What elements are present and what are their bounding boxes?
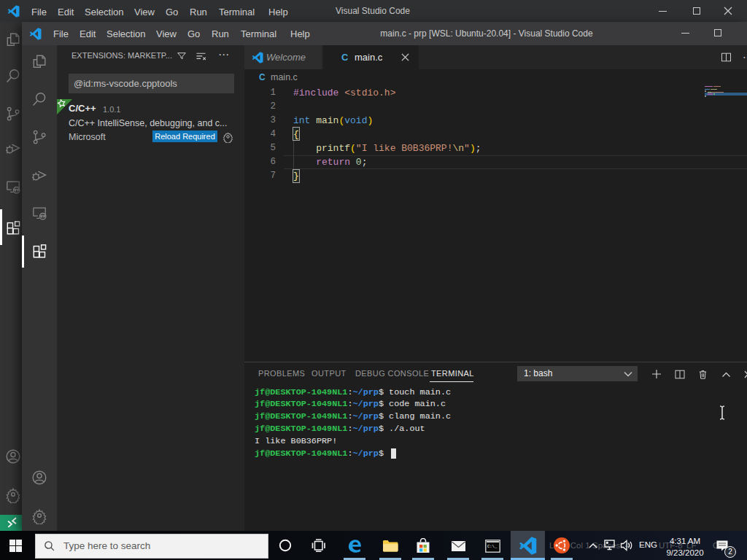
svg-text:C:\_: C:\_ xyxy=(487,544,498,549)
